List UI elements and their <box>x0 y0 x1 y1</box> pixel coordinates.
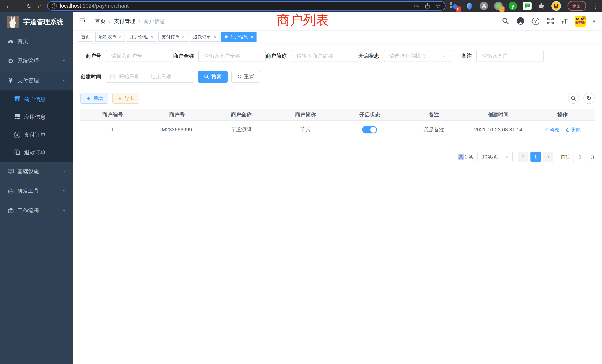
status-select[interactable]: 请选择开启状态 <box>384 50 451 62</box>
filter-short-name: 商户简称 <box>266 50 358 62</box>
field-label: 商户号 <box>80 53 106 60</box>
date-range-picker[interactable]: - <box>106 71 194 83</box>
breadcrumb: 首页 / 支付管理 / 商户信息 <box>95 18 165 25</box>
remark-input[interactable] <box>476 50 544 62</box>
download-icon <box>118 96 122 101</box>
cell-actions: 修改 删除 <box>530 121 595 139</box>
browser-forward-icon[interactable]: → <box>14 3 24 9</box>
page-1-button[interactable]: 1 <box>530 152 541 162</box>
trash-icon <box>566 128 570 132</box>
user-avatar[interactable] <box>575 16 586 27</box>
font-size-icon[interactable]: тT <box>562 17 568 25</box>
sidebar-item-label: 支付管理 <box>17 77 62 84</box>
sidebar-item-label: 研发工具 <box>17 187 62 195</box>
browser-update-button[interactable]: 更新 <box>568 1 586 11</box>
search-icon[interactable] <box>502 17 509 26</box>
start-date-input[interactable] <box>115 74 143 80</box>
add-button[interactable]: ＋ 新增 <box>80 93 108 104</box>
url-text[interactable]: localhost:1024/pay/merchant <box>60 3 408 9</box>
key-icon[interactable] <box>413 3 419 9</box>
search-button[interactable]: 搜索 <box>198 71 228 83</box>
full-name-input[interactable] <box>198 50 266 62</box>
short-name-input[interactable] <box>291 50 358 62</box>
sidebar-item-pay-order[interactable]: 支付订单 <box>0 126 73 144</box>
extension-emoji-icon[interactable] <box>551 1 561 11</box>
extension-chat-icon[interactable] <box>522 1 532 11</box>
sidebar-item-refund-order[interactable]: 退款订单 <box>0 144 73 162</box>
sidebar-item-system[interactable]: ⚙ 系统管理 <box>0 51 73 71</box>
cell-short-name: 芋艿 <box>273 121 337 139</box>
close-icon[interactable]: × <box>119 34 122 40</box>
status-toggle[interactable] <box>362 126 377 133</box>
tab-refund-order[interactable]: 退款订单× <box>190 32 219 42</box>
site-info-icon[interactable]: i <box>52 3 57 9</box>
chevron-down-icon <box>62 169 66 175</box>
filter-full-name: 商户全称 <box>173 50 266 62</box>
hamburger-icon[interactable] <box>79 17 86 25</box>
breadcrumb-home[interactable]: 首页 <box>95 18 106 25</box>
sidebar-item-payment[interactable]: ¥ 支付管理 <box>0 71 73 90</box>
avatar-caret-icon[interactable]: ▾ <box>593 19 595 24</box>
extension-command-icon[interactable]: ⌘ <box>479 1 489 11</box>
filter-merchant-no: 商户号 <box>80 50 173 62</box>
browser-reload-icon[interactable]: ↻ <box>24 3 34 9</box>
sidebar-logo-row[interactable]: 芋道管理系统 <box>0 12 73 32</box>
tab-home[interactable]: 首页 <box>78 32 93 42</box>
address-bar[interactable]: i localhost:1024/pay/merchant ☆ <box>47 1 446 11</box>
reset-button[interactable]: ↻ 重置 <box>231 71 260 83</box>
navbar-actions: ? тT ▾ <box>502 16 595 27</box>
field-label: 开启状态 <box>358 53 384 60</box>
payment-submenu: 商户信息 应用信息 支付订单 退款订单 <box>0 90 73 162</box>
browser-back-icon[interactable]: ← <box>3 3 14 9</box>
browser-chrome: ← → ↻ ⌂ i localhost:1024/pay/merchant ☆ … <box>0 0 602 12</box>
filter-create-time: 创建时间 - <box>80 71 194 83</box>
show-search-button[interactable] <box>568 93 579 104</box>
sidebar-item-home[interactable]: 首页 <box>0 32 73 51</box>
breadcrumb-payment[interactable]: 支付管理 <box>114 18 135 25</box>
sidebar-item-app-info[interactable]: 应用信息 <box>0 108 73 126</box>
page-size-select[interactable]: 10条/页 <box>477 152 513 162</box>
sidebar-item-label: 首页 <box>17 38 66 45</box>
tab-pay-order[interactable]: 支付订单× <box>158 32 188 42</box>
sidebar-item-dev-tools[interactable]: 研发工具 <box>0 181 73 201</box>
tab-process-form[interactable]: 流程表单× <box>95 32 125 42</box>
close-icon[interactable]: × <box>182 34 185 40</box>
sidebar-item-label: 商户信息 <box>24 96 46 103</box>
chevron-down-icon <box>62 188 66 194</box>
sidebar-item-infrastructure[interactable]: 基础设施 <box>0 162 73 181</box>
navbar: 首页 / 支付管理 / 商户信息 ? тT <box>73 12 602 31</box>
sidebar-item-merchant-info[interactable]: 商户信息 <box>0 90 73 108</box>
extension-puzzle-icon[interactable] <box>537 1 547 11</box>
tags-bar: 首页 流程表单× 用户分组× 支付订单× 退款订单× 商户信息× <box>73 31 602 43</box>
extension-pin-icon[interactable] <box>464 1 474 11</box>
browser-home-icon[interactable]: ⌂ <box>34 3 45 9</box>
end-date-input[interactable] <box>147 74 175 80</box>
close-icon[interactable]: × <box>251 34 253 40</box>
github-icon[interactable] <box>516 17 525 26</box>
extension-recorder-icon[interactable]: 1 <box>493 1 503 11</box>
share-icon[interactable] <box>424 3 430 9</box>
sidebar-item-workflow[interactable]: 工作流程 <box>0 201 73 221</box>
refresh-table-button[interactable]: ↻ <box>583 93 595 104</box>
close-icon[interactable]: × <box>150 34 153 40</box>
fullscreen-icon[interactable] <box>546 17 555 26</box>
filter-status: 开启状态 请选择开启状态 <box>358 50 451 62</box>
next-page-button[interactable] <box>543 152 553 162</box>
export-button[interactable]: 导出 <box>112 93 139 104</box>
delete-button[interactable]: 删除 <box>566 127 581 133</box>
tab-merchant-info[interactable]: 商户信息× <box>221 32 257 42</box>
extension-diamond-icon[interactable]: ◆ 10 <box>450 1 460 11</box>
help-icon[interactable]: ? <box>532 18 539 25</box>
close-icon[interactable]: × <box>214 34 216 40</box>
cell-remark: 我是备注 <box>402 121 466 139</box>
prev-page-button[interactable] <box>518 152 528 162</box>
extension-y-icon[interactable]: y <box>508 1 518 11</box>
refresh-icon: ↻ <box>587 95 592 101</box>
browser-menu-icon[interactable]: ⋮ <box>592 2 599 10</box>
goto-page-input[interactable] <box>573 152 587 162</box>
bookmark-star-icon[interactable]: ☆ <box>435 2 441 10</box>
merchant-no-input[interactable] <box>106 50 173 62</box>
chevron-down-icon <box>62 58 66 64</box>
tab-user-group[interactable]: 用户分组× <box>127 32 156 42</box>
edit-button[interactable]: 修改 <box>544 127 559 133</box>
